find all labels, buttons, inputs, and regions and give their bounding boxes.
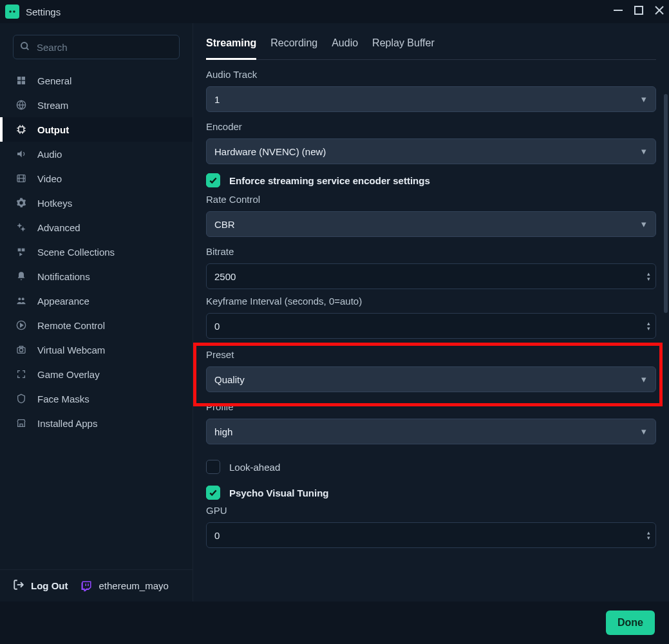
bell-icon [14, 271, 28, 281]
chevron-down-icon: ▾ [641, 146, 646, 157]
sidebar-item-remote-control[interactable]: Remote Control [0, 313, 193, 337]
sidebar-item-virtual-webcam[interactable]: Virtual Webcam [0, 337, 193, 362]
sidebar-nav: GeneralStreamOutputAudioVideoHotkeysAdva… [0, 68, 193, 569]
svg-rect-14 [19, 127, 24, 132]
keyframe-label: Keyframe Interval (seconds, 0=auto) [206, 296, 656, 307]
sidebar-item-face-masks[interactable]: Face Masks [0, 386, 193, 411]
people-icon [14, 296, 28, 306]
chevron-down-icon: ▾ [641, 93, 646, 105]
sidebar-item-label: Appearance [37, 296, 90, 307]
svg-rect-31 [22, 249, 25, 252]
sidebar-item-video[interactable]: Video [0, 166, 193, 191]
encoder-value: Hardware (NVENC) (new) [214, 146, 326, 157]
sidebar-item-label: Remote Control [37, 320, 105, 331]
gear-icon [14, 198, 28, 208]
psycho-checkbox[interactable] [206, 486, 220, 500]
bitrate-input[interactable]: 2500 ▴▾ [206, 263, 656, 289]
expand-icon [14, 369, 28, 379]
svg-marker-36 [21, 323, 23, 327]
number-spinner-icon[interactable]: ▴▾ [647, 321, 650, 331]
sidebar-item-notifications[interactable]: Notifications [0, 264, 193, 289]
titlebar: Settings [0, 0, 669, 23]
done-button[interactable]: Done [606, 611, 655, 635]
sidebar-item-output[interactable]: Output [0, 117, 193, 142]
psycho-label: Psycho Visual Tuning [229, 488, 328, 498]
number-spinner-icon[interactable]: ▴▾ [647, 271, 650, 281]
sidebar-item-advanced[interactable]: Advanced [0, 215, 193, 240]
rate-control-label: Rate Control [206, 194, 656, 205]
maximize-button[interactable] [634, 6, 643, 17]
bitrate-label: Bitrate [206, 246, 656, 257]
sidebar-item-scene-collections[interactable]: Scene Collections [0, 240, 193, 264]
lookahead-label: Look-ahead [229, 462, 280, 473]
sidebar: GeneralStreamOutputAudioVideoHotkeysAdva… [0, 23, 193, 601]
gears-icon [14, 222, 28, 232]
preset-label: Preset [206, 349, 656, 360]
svg-point-0 [9, 10, 12, 13]
chip-icon [14, 124, 28, 135]
close-button[interactable] [655, 6, 664, 17]
svg-rect-41 [86, 583, 87, 586]
logout-button[interactable]: Log Out [31, 580, 68, 591]
grid-icon [14, 75, 28, 86]
keyframe-value: 0 [214, 321, 220, 332]
tab-replay-buffer[interactable]: Replay Buffer [372, 37, 435, 59]
svg-rect-10 [17, 81, 21, 84]
sidebar-item-installed-apps[interactable]: Installed Apps [0, 411, 193, 435]
username-label[interactable]: ethereum_mayo [99, 580, 168, 591]
tab-recording[interactable]: Recording [270, 37, 317, 59]
twitch-icon [80, 580, 92, 592]
window-title: Settings [26, 6, 61, 17]
search-input[interactable] [37, 42, 173, 53]
svg-point-29 [22, 228, 24, 231]
sidebar-item-label: Output [37, 124, 69, 135]
svg-point-34 [22, 298, 24, 300]
svg-marker-23 [17, 151, 22, 158]
sidebar-item-label: Stream [37, 100, 68, 111]
play-icon [14, 247, 28, 257]
search-input-wrap[interactable] [13, 35, 180, 59]
lookahead-checkbox[interactable] [206, 460, 220, 474]
encoder-label: Encoder [206, 121, 656, 132]
main-content: StreamingRecordingAudioReplay Buffer Aud… [193, 23, 669, 601]
scrollbar[interactable] [664, 94, 668, 313]
bitrate-value: 2500 [214, 271, 236, 282]
sidebar-item-stream[interactable]: Stream [0, 93, 193, 117]
audio-track-select[interactable]: 1 ▾ [206, 86, 656, 112]
output-tabs: StreamingRecordingAudioReplay Buffer [206, 23, 656, 60]
sidebar-item-label: Face Masks [37, 393, 90, 404]
sidebar-item-label: Installed Apps [37, 418, 97, 429]
svg-rect-3 [635, 6, 643, 14]
search-icon [20, 41, 30, 53]
speaker-icon [14, 149, 28, 159]
logout-icon [13, 579, 24, 592]
encoder-select[interactable]: Hardware (NVENC) (new) ▾ [206, 138, 656, 164]
sidebar-item-appearance[interactable]: Appearance [0, 289, 193, 313]
minimize-button[interactable] [614, 6, 623, 17]
svg-rect-2 [614, 10, 623, 11]
keyframe-input[interactable]: 0 ▴▾ [206, 313, 656, 339]
sidebar-item-hotkeys[interactable]: Hotkeys [0, 191, 193, 215]
tab-streaming[interactable]: Streaming [206, 37, 256, 59]
svg-marker-32 [19, 252, 23, 256]
rate-control-select[interactable]: CBR ▾ [206, 211, 656, 237]
svg-rect-39 [19, 346, 23, 348]
shield-icon [14, 393, 28, 404]
audio-track-value: 1 [214, 94, 220, 105]
svg-point-6 [21, 43, 27, 48]
sidebar-item-label: Video [37, 173, 62, 184]
preset-value: Quality [214, 374, 245, 385]
gpu-label: GPU [206, 505, 656, 516]
sidebar-item-audio[interactable]: Audio [0, 142, 193, 166]
svg-rect-8 [17, 77, 21, 80]
chevron-down-icon: ▾ [641, 374, 646, 385]
enforce-checkbox[interactable] [206, 173, 220, 187]
tab-audio[interactable]: Audio [332, 37, 358, 59]
profile-select[interactable]: high ▾ [206, 419, 656, 444]
globe-icon [14, 100, 28, 110]
number-spinner-icon[interactable]: ▴▾ [647, 530, 650, 540]
preset-select[interactable]: Quality ▾ [206, 366, 656, 392]
gpu-input[interactable]: 0 ▴▾ [206, 522, 656, 548]
sidebar-item-game-overlay[interactable]: Game Overlay [0, 362, 193, 386]
sidebar-item-general[interactable]: General [0, 68, 193, 93]
